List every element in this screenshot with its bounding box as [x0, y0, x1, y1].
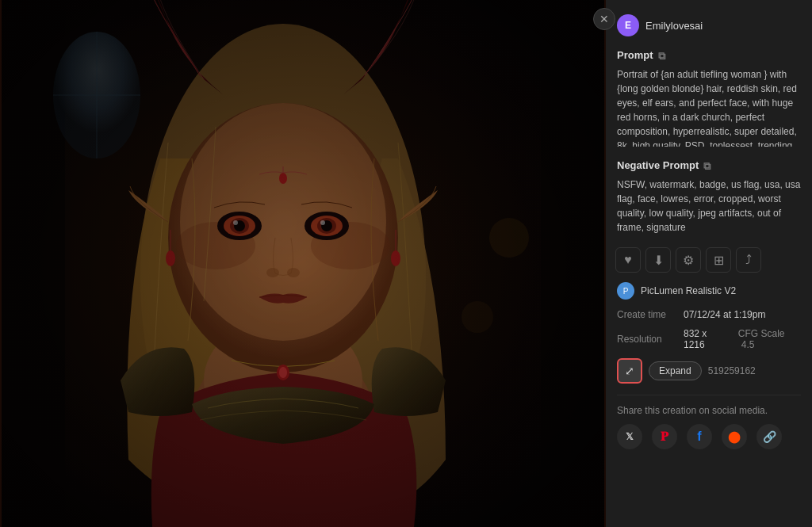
create-time-label: Create time [617, 309, 680, 320]
share-label: Share this creation on social media. [617, 405, 801, 416]
sidebar-panel: E Emilylovesai Prompt ⧉ Portrait of {an … [606, 0, 812, 527]
model-avatar: P [617, 282, 634, 300]
download-button[interactable]: ⬇ [645, 247, 671, 273]
cfg-scale-label: CFG Scale [738, 328, 785, 339]
username: Emilylovesai [645, 20, 703, 32]
model-row: P PicLumen Realistic V2 [617, 282, 801, 300]
resolution-value: 832 x 1216 [684, 328, 729, 350]
share-reddit-button[interactable]: ⬤ [722, 424, 747, 449]
share-button[interactable]: ⤴ [736, 247, 761, 273]
cfg-scale-value: 4.5 [741, 339, 755, 350]
share-section: Share this creation on social media. 𝕏 𝐏… [617, 395, 801, 449]
sidebar: ✕ E Emilylovesai Prompt ⧉ Portrait of {a… [606, 0, 812, 527]
close-icon: ✕ [599, 13, 609, 25]
share-link-button[interactable]: 🔗 [756, 424, 782, 449]
negative-prompt-label: Negative Prompt ⧉ [617, 159, 801, 171]
share-pinterest-button[interactable]: 𝐏 [652, 424, 677, 449]
prompt-label: Prompt ⧉ [617, 49, 801, 61]
share-x-button[interactable]: 𝕏 [617, 424, 642, 449]
copy-negative-icon[interactable]: ⧉ [703, 160, 714, 171]
expand-icon-button[interactable]: ⤢ [617, 358, 642, 384]
create-time-value: 07/12/24 at 1:19pm [684, 309, 765, 320]
share-icons-row: 𝕏 𝐏 f ⬤ 🔗 [617, 424, 801, 449]
close-button[interactable]: ✕ [593, 8, 615, 30]
heart-button[interactable]: ♥ [615, 247, 641, 273]
avatar: E [617, 14, 639, 36]
prompt-text: Portrait of {an adult tiefling woman } w… [617, 67, 801, 147]
expand-button[interactable]: Expand [649, 361, 702, 380]
resolution-label: Resolution [617, 334, 680, 345]
image-panel [0, 0, 606, 527]
grid-button[interactable]: ⊞ [706, 247, 731, 273]
model-name: PicLumen Realistic V2 [641, 285, 736, 296]
expand-arrows-icon: ⤢ [625, 365, 634, 377]
svg-rect-36 [2, 0, 604, 527]
user-header: E Emilylovesai [617, 11, 801, 36]
create-time-row: Create time 07/12/24 at 1:19pm [617, 309, 801, 320]
resolution-row: Resolution 832 x 1216 CFG Scale 4.5 [617, 328, 801, 350]
copy-prompt-icon[interactable]: ⧉ [658, 50, 669, 61]
expand-row: ⤢ Expand 519259162 [617, 358, 801, 384]
seed-value: 519259162 [708, 365, 756, 376]
share-facebook-button[interactable]: f [687, 424, 712, 449]
settings-button[interactable]: ⚙ [676, 247, 701, 273]
negative-prompt-text: NSFW, watermark, badge, us flag, usa, us… [617, 178, 801, 235]
